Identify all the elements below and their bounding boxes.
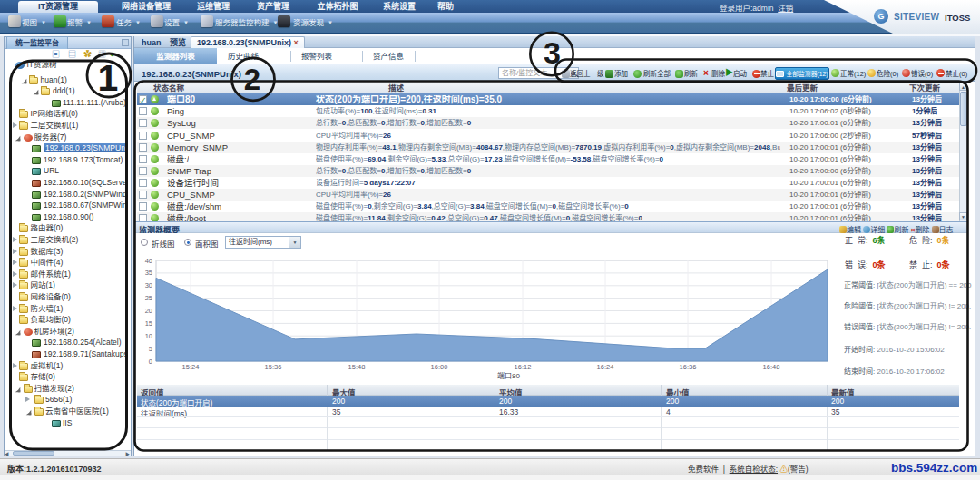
svg-text:20: 20 bbox=[145, 307, 152, 315]
svg-text:15:48: 15:48 bbox=[348, 363, 366, 371]
svg-text:5: 5 bbox=[149, 345, 152, 353]
svg-text:40: 40 bbox=[145, 257, 152, 265]
svg-text:10: 10 bbox=[145, 332, 152, 340]
svg-text:15:24: 15:24 bbox=[182, 363, 200, 371]
svg-text:16:12: 16:12 bbox=[514, 363, 532, 371]
svg-text:16:24: 16:24 bbox=[597, 363, 614, 371]
svg-text:35: 35 bbox=[145, 269, 152, 277]
svg-text:15:36: 15:36 bbox=[265, 363, 282, 371]
svg-text:16:48: 16:48 bbox=[763, 363, 780, 371]
svg-text:15: 15 bbox=[145, 319, 152, 328]
svg-text:0: 0 bbox=[149, 358, 152, 366]
svg-text:30: 30 bbox=[145, 281, 152, 289]
svg-text:16:36: 16:36 bbox=[680, 363, 697, 371]
svg-text:端口80: 端口80 bbox=[497, 371, 520, 380]
svg-text:16:00: 16:00 bbox=[431, 363, 448, 371]
svg-text:25: 25 bbox=[145, 294, 152, 302]
